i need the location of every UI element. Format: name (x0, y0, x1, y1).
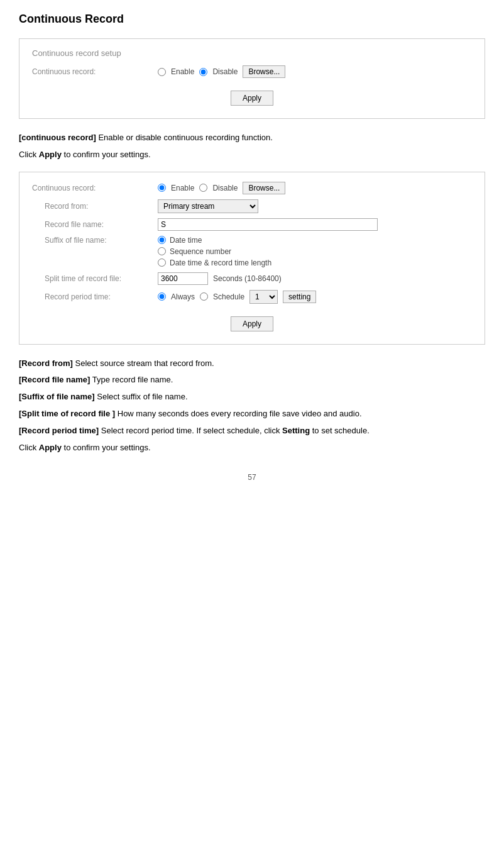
suffix-seq-radio[interactable] (158, 247, 166, 255)
desc2-split-text: How many seconds does every recording fi… (115, 409, 361, 418)
desc1-click: Click (19, 150, 39, 159)
description-2: [Record from] Select source stream that … (19, 357, 485, 455)
suffix-both-radio[interactable] (158, 258, 166, 267)
apply-row-2: Apply (32, 310, 472, 335)
page-title: Continuous Record (19, 13, 485, 26)
suffix-datetime-radio[interactable] (158, 236, 166, 244)
desc2-period-end: to set schedule. (310, 426, 370, 435)
desc2-period: [Record period time] Select record perio… (19, 425, 485, 438)
schedule-label: Schedule (213, 292, 244, 301)
desc1-line1: [continuous record] Enable or disable co… (19, 131, 485, 145)
suffix-label: Suffix of file name: (32, 236, 158, 245)
desc2-split-bold: [Split time of record file ] (19, 409, 115, 418)
apply-row-1: Apply (32, 84, 472, 109)
apply-button-1[interactable]: Apply (231, 91, 273, 106)
desc2-suffix: [Suffix of file name] Select suffix of f… (19, 391, 485, 404)
desc2-record-from-text: Select source stream that record from. (73, 358, 214, 368)
apply-button-2[interactable]: Apply (231, 316, 273, 331)
desc2-file-name-bold: [Record file name] (19, 375, 90, 384)
suffix-both-label: Date time & record time length (170, 258, 271, 267)
record-period-label: Record period time: (32, 292, 158, 301)
desc1-text1: Enable or disable continuous recording f… (96, 133, 273, 142)
split-time-controls: Seconds (10-86400) (158, 272, 282, 285)
desc2-record-from-bold: [Record from] (19, 358, 73, 368)
suffix-row: Suffix of file name: Date time Sequence … (32, 236, 472, 267)
record-file-name-input[interactable] (158, 218, 378, 231)
record-file-name-label: Record file name: (32, 220, 158, 229)
continuous-record-controls-2: Enable Disable Browse... (158, 182, 285, 194)
record-file-name-row: Record file name: (32, 218, 472, 231)
schedule-radio[interactable] (200, 292, 208, 301)
suffix-controls: Date time Sequence number Date time & re… (158, 236, 271, 267)
record-from-controls: Primary stream (158, 199, 258, 213)
record-from-label: Record from: (32, 202, 158, 211)
desc1-line2: Click Apply to confirm your settings. (19, 148, 485, 162)
always-radio[interactable] (158, 292, 166, 301)
suffix-datetime-label: Date time (170, 236, 202, 245)
desc2-apply-bold: Apply (39, 443, 62, 452)
enable-label-1: Enable (171, 67, 194, 76)
continuous-record-label-1: Continuous record: (32, 67, 158, 76)
schedule-select[interactable]: 1 (249, 290, 278, 304)
disable-radio-2[interactable] (199, 184, 207, 192)
desc2-click: Click (19, 443, 39, 452)
enable-radio-2[interactable] (158, 184, 166, 192)
split-time-row: Split time of record file: Seconds (10-8… (32, 272, 472, 285)
continuous-record-row-2: Continuous record: Enable Disable Browse… (32, 182, 472, 194)
record-period-controls: Always Schedule 1 setting (158, 290, 316, 304)
continuous-record-box-2: Continuous record: Enable Disable Browse… (19, 172, 485, 345)
page-number: 57 (19, 473, 485, 482)
continuous-record-label-2: Continuous record: (32, 184, 158, 192)
continuous-record-setup-box: Continuous record setup Continuous recor… (19, 38, 485, 119)
disable-radio-1[interactable] (199, 68, 207, 76)
desc2-period-bold: [Record period time] (19, 426, 99, 435)
suffix-seq-row: Sequence number (158, 247, 271, 256)
continuous-record-row-1: Continuous record: Enable Disable Browse… (32, 65, 472, 78)
suffix-seq-label: Sequence number (170, 247, 231, 256)
desc2-apply-line: Click Apply to confirm your settings. (19, 442, 485, 455)
desc2-suffix-text: Select suffix of file name. (95, 392, 188, 401)
disable-label-2: Disable (212, 184, 238, 192)
disable-label-1: Disable (212, 67, 238, 76)
desc1-apply-bold: Apply (39, 150, 62, 159)
desc2-apply-end: to confirm your settings. (62, 443, 151, 452)
record-from-select[interactable]: Primary stream (158, 199, 258, 213)
setting-button[interactable]: setting (283, 291, 316, 303)
box1-title: Continuous record setup (32, 48, 472, 58)
split-time-label: Split time of record file: (32, 274, 158, 283)
desc2-period-text: Select record period time. If select sch… (99, 426, 282, 435)
enable-radio-1[interactable] (158, 68, 166, 76)
desc1-bold1: [continuous record] (19, 133, 96, 142)
record-from-row: Record from: Primary stream (32, 199, 472, 213)
desc2-period-setting: Setting (282, 426, 310, 435)
record-period-row: Record period time: Always Schedule 1 se… (32, 290, 472, 304)
split-time-input[interactable] (158, 272, 208, 285)
split-time-unit: Seconds (10-86400) (213, 274, 282, 283)
desc2-file-name: [Record file name] Type record file name… (19, 374, 485, 387)
suffix-datetime-row: Date time (158, 236, 271, 245)
suffix-both-row: Date time & record time length (158, 258, 271, 267)
always-label: Always (171, 292, 195, 301)
desc2-record-from: [Record from] Select source stream that … (19, 357, 485, 370)
description-1: [continuous record] Enable or disable co… (19, 131, 485, 162)
browse-button-1[interactable]: Browse... (243, 65, 285, 78)
browse-button-2[interactable]: Browse... (243, 182, 285, 194)
desc2-split: [Split time of record file ] How many se… (19, 408, 485, 421)
record-file-name-controls (158, 218, 378, 231)
continuous-record-controls-1: Enable Disable Browse... (158, 65, 285, 78)
desc2-suffix-bold: [Suffix of file name] (19, 392, 95, 401)
desc1-end: to confirm your settings. (62, 150, 151, 159)
enable-label-2: Enable (171, 184, 194, 192)
desc2-file-name-text: Type record file name. (90, 375, 173, 384)
